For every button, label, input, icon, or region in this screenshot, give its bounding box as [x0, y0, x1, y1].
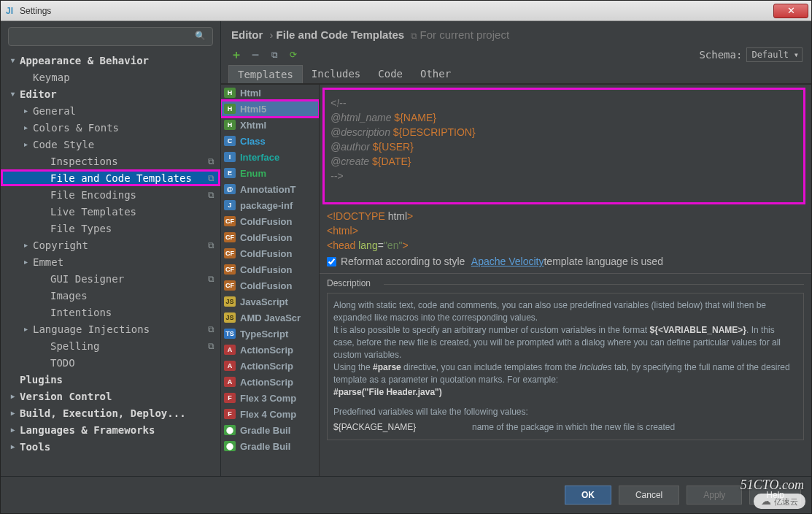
file-icon: CF [224, 264, 236, 275]
close-button[interactable]: ✕ [773, 4, 808, 18]
file-icon: JS [224, 296, 236, 307]
file-icon: E [224, 168, 236, 178]
velocity-link[interactable]: Apache Velocity [471, 256, 544, 267]
reformat-checkbox[interactable] [327, 257, 336, 266]
tree-item[interactable]: Intentions [1, 304, 220, 321]
file-icon: JS [224, 312, 236, 323]
tree-item[interactable]: File Encodings⧉ [1, 186, 220, 203]
tree-item[interactable]: Live Templates [1, 203, 220, 220]
cancel-button[interactable]: Cancel [619, 486, 679, 505]
template-item[interactable]: EEnum [221, 165, 319, 181]
apply-button[interactable]: Apply [687, 486, 742, 505]
tree-item[interactable]: ▸General [1, 102, 220, 119]
settings-tree[interactable]: ▾Appearance & BehaviorKeymap▾Editor▸Gene… [1, 52, 220, 476]
tree-item[interactable]: ▾Appearance & Behavior [1, 52, 220, 69]
template-item[interactable]: FFlex 3 Comp [221, 390, 319, 406]
tree-item[interactable]: ▸Languages & Frameworks [1, 421, 220, 438]
file-icon: A [224, 377, 236, 387]
file-icon: CF [224, 216, 236, 226]
tab-includes[interactable]: Includes [303, 65, 369, 83]
template-item[interactable]: CFColdFusion [221, 261, 319, 277]
tree-item[interactable]: ▸Copyright⧉ [1, 237, 220, 253]
tab-templates[interactable]: Templates [228, 65, 303, 83]
description-body: Along with static text, code and comment… [327, 293, 804, 440]
file-icon: @ [224, 184, 236, 194]
template-item[interactable]: CClass [221, 133, 319, 149]
template-item[interactable]: @AnnotationT [221, 181, 319, 197]
tree-item[interactable]: Inspections⧉ [1, 153, 220, 169]
tabs: TemplatesIncludesCodeOther [221, 65, 811, 84]
template-item[interactable]: AActionScrip [221, 374, 319, 390]
schema-label: Schema: [699, 49, 742, 61]
ok-button[interactable]: OK [565, 486, 611, 505]
file-icon: I [224, 152, 236, 162]
template-item[interactable]: CFColdFusion [221, 229, 319, 245]
tree-item[interactable]: GUI Designer⧉ [1, 270, 220, 287]
search-input[interactable] [8, 27, 213, 46]
file-icon: F [224, 409, 236, 419]
tree-item[interactable]: TODO [1, 354, 220, 371]
file-icon: F [224, 393, 236, 403]
description-header: Description [320, 273, 811, 290]
template-item[interactable]: Jpackage-inf [221, 197, 319, 213]
template-list[interactable]: HHtmlHHtml5HXhtmlCClassIInterfaceEEnum@A… [221, 85, 320, 476]
template-item[interactable]: AActionScrip [221, 358, 319, 374]
template-item[interactable]: HHtml [221, 85, 319, 101]
template-item[interactable]: JSAMD JavaScr [221, 310, 319, 326]
file-icon: TS [224, 329, 236, 339]
template-item[interactable]: HXhtml [221, 117, 319, 133]
tree-item[interactable]: ▸Language Injections⧉ [1, 321, 220, 337]
tree-item[interactable]: ▸Code Style [1, 136, 220, 153]
tree-item[interactable]: ▾Editor [1, 85, 220, 102]
footer: OK Cancel Apply Help 51CTO.com ☁亿速云 [1, 476, 811, 513]
file-icon: H [224, 104, 236, 114]
refresh-button[interactable]: ⟳ [287, 48, 300, 61]
template-item[interactable]: ⬤Gradle Buil [221, 438, 319, 454]
remove-button[interactable]: − [249, 48, 262, 61]
sidebar: 🔍 ▾Appearance & BehaviorKeymap▾Editor▸Ge… [1, 21, 221, 476]
toolbar: ＋ − ⧉ ⟳ Schema: Default [221, 45, 811, 65]
tree-item[interactable]: File and Code Templates⧉ [1, 169, 220, 186]
titlebar: JI Settings ✕ [1, 1, 811, 21]
file-icon: ⬤ [224, 441, 236, 451]
tree-item[interactable]: ▸Build, Execution, Deploy... [1, 404, 220, 421]
file-icon: CF [224, 280, 236, 291]
window-title: Settings [20, 6, 51, 16]
template-item[interactable]: CFColdFusion [221, 277, 319, 294]
template-item[interactable]: IInterface [221, 149, 319, 165]
help-button[interactable]: Help [749, 486, 801, 505]
tree-item[interactable]: ▸Tools [1, 438, 220, 455]
template-item[interactable]: HHtml5 [221, 101, 319, 117]
file-icon: ⬤ [224, 425, 236, 435]
template-item[interactable]: ⬤Gradle Buil [221, 422, 319, 438]
template-item[interactable]: TSTypeScript [221, 326, 319, 342]
code-preview: <!DOCTYPE html><html><head lang="en"> [320, 207, 811, 253]
template-item[interactable]: AActionScrip [221, 342, 319, 358]
tree-item[interactable]: ▸Version Control [1, 388, 220, 404]
file-icon: CF [224, 248, 236, 258]
tab-other[interactable]: Other [411, 65, 460, 83]
tree-item[interactable]: Images [1, 287, 220, 304]
tree-item[interactable]: ▸Colors & Fonts [1, 119, 220, 136]
tree-item[interactable]: Keymap [1, 69, 220, 85]
file-icon: C [224, 136, 236, 146]
tab-code[interactable]: Code [369, 65, 411, 83]
template-item[interactable]: JSJavaScript [221, 294, 319, 310]
search-icon: 🔍 [195, 31, 206, 41]
code-editor[interactable]: <!-- @html_name ${NAME} @description ${D… [322, 88, 805, 204]
schema-select[interactable]: Default [746, 47, 803, 62]
template-item[interactable]: CFColdFusion [221, 213, 319, 229]
app-icon: JI [4, 5, 15, 17]
tree-item[interactable]: ▸Emmet [1, 253, 220, 270]
file-icon: J [224, 200, 236, 210]
add-button[interactable]: ＋ [230, 48, 243, 61]
tree-item[interactable]: Spelling⧉ [1, 337, 220, 354]
tree-item[interactable]: File Types [1, 220, 220, 237]
reformat-label-pre: Reformat according to style [341, 256, 465, 267]
reformat-label-post: template language is used [544, 256, 662, 267]
file-icon: A [224, 345, 236, 355]
template-item[interactable]: CFColdFusion [221, 245, 319, 261]
template-item[interactable]: FFlex 4 Comp [221, 406, 319, 422]
tree-item[interactable]: Plugins [1, 371, 220, 388]
copy-button[interactable]: ⧉ [268, 48, 281, 61]
